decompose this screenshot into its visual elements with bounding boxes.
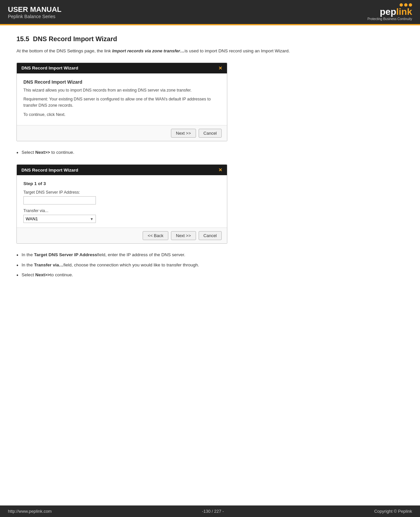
bullet-2-2-end: field, choose the connection which you w…	[63, 262, 199, 267]
dialog-1-close-icon[interactable]: ✕	[218, 66, 222, 71]
bullet-list-2: In the Target DNS Server IP Addressfield…	[16, 252, 404, 279]
footer-page: -130 / 227 -	[202, 509, 224, 514]
dot2	[404, 3, 407, 7]
dialog-2-cancel-button[interactable]: Cancel	[199, 231, 222, 240]
section-heading: 15.5 DNS Record Import Wizard	[16, 35, 404, 43]
intro-text-before: At the bottom of the DNS Settings page, …	[16, 48, 112, 53]
intro-link-text: Import records via zone transfer…	[112, 48, 184, 53]
dialog-1-para2: Requirement: Your existing DNS server is…	[23, 96, 220, 109]
page-footer: http://www.peplink.com -130 / 227 - Copy…	[0, 505, 420, 517]
transfer-via-label: Transfer via...	[23, 208, 220, 213]
bullet-2-1-end: field, enter the IP address of the DNS s…	[97, 252, 185, 257]
dns-ip-input[interactable]	[23, 196, 96, 204]
bullet-1-bold: Next>>	[35, 150, 50, 155]
step-label: Step 1 of 3	[23, 181, 220, 186]
bullet-2-2-text: In the Transfer via…field, choose the co…	[22, 262, 199, 269]
dialog-2-footer: << Back Next >> Cancel	[17, 228, 227, 243]
logo-dots	[400, 3, 412, 7]
header-title-block: USER MANUAL Peplink Balance Series	[8, 5, 62, 19]
footer-copyright: Copyright © Peplink	[374, 509, 412, 514]
dialog-1-para3: To continue, click Next.	[23, 112, 220, 118]
dialog-1: DNS Record Import Wizard ✕ DNS Record Im…	[16, 63, 227, 142]
section-number: 15.5	[16, 35, 29, 42]
footer-url: http://www.peplink.com	[8, 509, 52, 514]
bullet-2-3-end: to continue.	[50, 272, 73, 277]
dialog-2-back-button[interactable]: << Back	[143, 231, 168, 240]
bullet-2-1-text: In the Target DNS Server IP Addressfield…	[22, 252, 185, 258]
bullet-1-text: Select Next>> to continue.	[22, 149, 74, 156]
dialog-2: DNS Record Import Wizard ✕ Step 1 of 3 T…	[16, 164, 227, 244]
logo-wordmark: peplink	[380, 7, 412, 16]
bullet-2-2-prefix: In the	[22, 262, 34, 267]
bullet-1-end: to continue.	[50, 150, 74, 155]
transfer-via-select[interactable]: WAN1 WAN2 WAN3	[23, 215, 96, 223]
dialog-1-next-button[interactable]: Next >>	[171, 129, 196, 138]
dialog-2-title: DNS Record Import Wizard	[21, 168, 78, 173]
dot1	[400, 3, 403, 7]
peplink-logo: peplink Protecting Business Continuity	[367, 3, 412, 21]
transfer-via-select-wrap: WAN1 WAN2 WAN3 ▼	[23, 215, 96, 223]
dns-ip-label: Target DNS Server IP Address:	[23, 190, 220, 195]
dialog-2-close-icon[interactable]: ✕	[218, 167, 222, 173]
bullet-2-1-bold: Target DNS Server IP Address	[34, 252, 97, 257]
dialog-1-header: DNS Record Import Wizard ✕	[17, 63, 227, 73]
dialog-2-next-button[interactable]: Next >>	[171, 231, 196, 240]
logo-tagline: Protecting Business Continuity	[367, 17, 412, 21]
main-content: 15.5 DNS Record Import Wizard At the bot…	[0, 25, 420, 505]
intro-paragraph: At the bottom of the DNS Settings page, …	[16, 47, 404, 55]
manual-title: USER MANUAL	[8, 5, 62, 14]
bullet-2-1-prefix: In the	[22, 252, 34, 257]
bullet-2-3-prefix: Select	[22, 272, 35, 277]
bullet-2-3-text: Select Next>>to continue.	[22, 272, 73, 279]
bullet-1-prefix: Select	[22, 150, 35, 155]
bullet-2-item-3: Select Next>>to continue.	[16, 272, 404, 279]
dialog-1-footer: Next >> Cancel	[17, 125, 227, 141]
bullet-2-item-1: In the Target DNS Server IP Addressfield…	[16, 252, 404, 259]
bullet-2-item-2: In the Transfer via…field, choose the co…	[16, 262, 404, 269]
dialog-1-cancel-button[interactable]: Cancel	[199, 129, 222, 138]
manual-subtitle: Peplink Balance Series	[8, 14, 62, 19]
dialog-2-header: DNS Record Import Wizard ✕	[17, 165, 227, 175]
dialog-1-title: DNS Record Import Wizard	[21, 66, 78, 70]
bullet-list-1: Select Next>> to continue.	[16, 149, 404, 156]
logo-pep: pep	[380, 7, 396, 16]
dot3	[409, 3, 412, 7]
dialog-1-para1: This wizard allows you to import DNS rec…	[23, 87, 220, 94]
logo-area: peplink Protecting Business Continuity	[367, 3, 412, 21]
dialog-1-body-title: DNS Record Import Wizard	[23, 79, 220, 85]
footer-url-link[interactable]: http://www.peplink.com	[8, 509, 52, 514]
dialog-1-body: DNS Record Import Wizard This wizard all…	[17, 73, 227, 125]
page-header: USER MANUAL Peplink Balance Series pepli…	[0, 0, 420, 24]
bullet-2-3-bold: Next>>	[35, 272, 50, 277]
section-title: DNS Record Import Wizard	[33, 35, 117, 42]
bullet-1-item: Select Next>> to continue.	[16, 149, 404, 156]
logo-link: link	[396, 7, 412, 16]
dialog-2-body: Step 1 of 3 Target DNS Server IP Address…	[17, 175, 227, 228]
intro-text-after: is used to import DNS record using an Im…	[184, 48, 290, 53]
bullet-2-2-bold: Transfer via…	[34, 262, 63, 267]
